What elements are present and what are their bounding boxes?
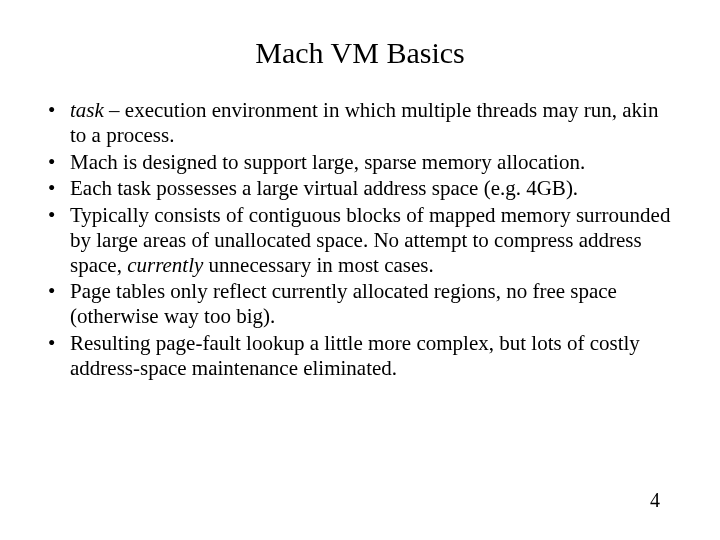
bullet-item: Each task possesses a large virtual addr… [40,176,680,201]
bullet-item: Resulting page-fault lookup a little mor… [40,331,680,381]
bullet-text: Mach is designed to support large, spars… [70,150,585,174]
bullet-item: Mach is designed to support large, spars… [40,150,680,175]
bullet-text: Each task possesses a large virtual addr… [70,176,578,200]
slide-title: Mach VM Basics [40,36,680,70]
page-number: 4 [650,489,660,512]
bullet-text: Resulting page-fault lookup a little mor… [70,331,640,380]
bullet-item: task – execution environment in which mu… [40,98,680,148]
bullet-text: unnecessary in most cases. [203,253,433,277]
bullet-text: Page tables only reflect currently alloc… [70,279,617,328]
term-task: task [70,98,104,122]
bullet-text: – execution environment in which multipl… [70,98,658,147]
bullet-item: Page tables only reflect currently alloc… [40,279,680,329]
slide: Mach VM Basics task – execution environm… [0,0,720,540]
bullet-item: Typically consists of contiguous blocks … [40,203,680,277]
bullet-list: task – execution environment in which mu… [40,98,680,380]
term-currently: currently [127,253,203,277]
